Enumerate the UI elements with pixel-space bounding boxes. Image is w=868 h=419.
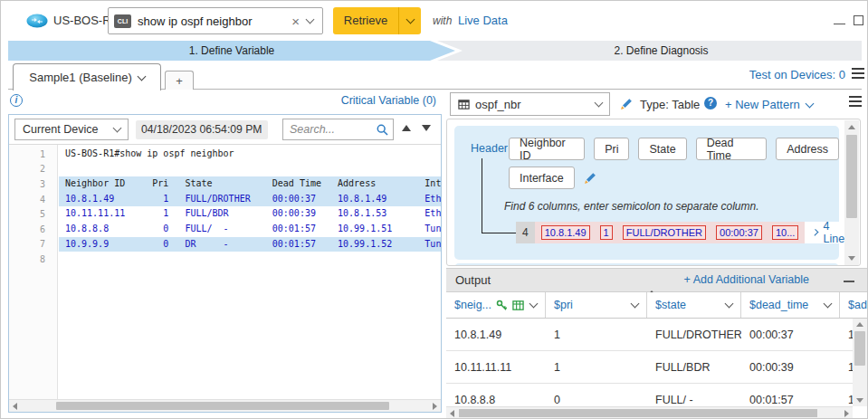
test-on-devices-link[interactable]: Test on Devices: 0 — [749, 68, 845, 81]
output-horizontal-scrollbar[interactable] — [446, 406, 853, 418]
chevron-right-icon — [812, 229, 819, 236]
scrollbar-thumb[interactable] — [56, 402, 389, 410]
output-vertical-scrollbar[interactable] — [853, 319, 867, 406]
code-line[interactable]: 510.11.11.11 1 FULL/BDR 00:00:39 10.8.1.… — [9, 206, 441, 222]
header-box[interactable]: Address — [776, 138, 839, 160]
variable-select[interactable]: ospf_nbr — [450, 92, 610, 116]
critical-variable-link[interactable]: Critical Variable (0) — [341, 94, 436, 107]
chevron-down-icon — [805, 99, 814, 108]
matched-token[interactable]: FULL/DROTHER — [623, 225, 706, 240]
help-icon[interactable]: ? — [704, 97, 717, 110]
connector-line — [482, 158, 482, 233]
code-line[interactable]: 2 — [9, 162, 441, 177]
scroll-right-arrow[interactable] — [433, 403, 437, 410]
code-line[interactable]: 410.8.1.49 1 FULL/DROTHER 00:00:37 10.8.… — [9, 192, 441, 207]
sample-toolbar: Current Device 04/18/2023 06:54:09 PM — [9, 115, 441, 145]
scroll-down-arrow[interactable] — [856, 398, 863, 403]
column-header-state[interactable]: $state — [647, 292, 741, 318]
chevron-down-icon[interactable] — [631, 300, 640, 309]
command-input[interactable] — [138, 14, 291, 28]
code-line[interactable]: 8 — [9, 252, 441, 267]
output-column-headers: $neig... $pri $state — [446, 292, 867, 319]
retrieve-split-button[interactable]: Retrieve — [333, 7, 421, 34]
chevron-down-icon — [405, 15, 415, 24]
find-next-button[interactable] — [422, 125, 431, 131]
code-line[interactable]: 710.9.9.9 0 DR - 00:01:57 10.99.1.52 Tun… — [9, 237, 441, 252]
header-box[interactable]: Interface — [509, 167, 575, 189]
with-label: with — [433, 14, 452, 27]
column-header-neighbor[interactable]: $neig... — [446, 292, 546, 318]
chevron-down-icon[interactable] — [137, 71, 146, 81]
cli-output-editor[interactable]: 1US-BOS-R1#show ip ospf neighbor 2 3Neig… — [9, 145, 441, 399]
add-additional-variable-link[interactable]: + Add Additional Variable — [684, 273, 809, 286]
pattern-hint: Find 6 columns, enter semicolon to separ… — [504, 200, 758, 213]
pattern-menu-icon[interactable] — [849, 100, 862, 102]
command-combobox[interactable]: CLI × — [108, 7, 323, 34]
matched-token[interactable]: 00:00:37 — [716, 225, 762, 240]
chevron-down-icon[interactable] — [824, 300, 833, 309]
code-line[interactable]: 3Neighbor ID Pri State Dead Time Address… — [9, 176, 441, 192]
scroll-down-arrow[interactable] — [848, 256, 855, 261]
header-box[interactable]: Pri — [594, 138, 629, 160]
header-box[interactable]: Neighbor ID — [509, 138, 585, 160]
matched-token-strip: 10.8.1.49 1 FULL/DROTHER 00:00:37 10... — [535, 222, 806, 243]
header-box[interactable]: Dead Time — [696, 138, 768, 160]
matched-token[interactable]: 10... — [772, 225, 798, 240]
step-define-variable[interactable]: 1. Define Variable — [8, 41, 455, 61]
command-dropdown-icon[interactable] — [306, 15, 315, 24]
edit-pencil-icon[interactable] — [584, 171, 597, 185]
clear-command-icon[interactable]: × — [291, 14, 300, 28]
column-header-pri[interactable]: $pri — [546, 292, 647, 318]
matched-token[interactable]: 1 — [600, 225, 613, 240]
step-define-diagnosis[interactable]: 2. Define Diagnosis — [461, 41, 862, 61]
retrieve-button[interactable]: Retrieve — [333, 7, 398, 34]
scroll-up-arrow[interactable] — [856, 322, 863, 327]
info-icon[interactable]: i — [10, 94, 23, 107]
router-icon — [26, 14, 48, 28]
matched-token[interactable]: 10.8.1.49 — [541, 225, 590, 240]
scrollbar-thumb[interactable] — [846, 135, 857, 218]
code-line[interactable]: 1US-BOS-R1#show ip ospf neighbor — [9, 147, 441, 162]
table-row[interactable]: 10.8.8.8 0 FULL/ - 00:01:57 1 — [446, 384, 853, 406]
header-box[interactable]: State — [638, 138, 686, 160]
output-title: Output — [455, 273, 491, 287]
add-tab-button[interactable]: + — [165, 71, 194, 90]
edit-pencil-icon[interactable] — [620, 97, 634, 110]
hamburger-menu-icon[interactable] — [852, 72, 864, 74]
scroll-up-arrow[interactable] — [848, 125, 855, 129]
header-boxes-row2: Interface — [509, 167, 597, 189]
pattern-vertical-scrollbar[interactable] — [844, 120, 859, 265]
collapse-panel-icon[interactable] — [647, 275, 660, 291]
table-variable-icon — [512, 300, 524, 311]
horizontal-scrollbar[interactable] — [9, 399, 441, 412]
left-panel-toprow: i Critical Variable (0) — [8, 92, 436, 112]
tab-label: Sample1 (Baseline) — [29, 71, 131, 84]
column-header-dead-time[interactable]: $dead_time — [741, 292, 840, 318]
column-header-address[interactable]: $add — [840, 292, 867, 318]
minimize-output-icon[interactable] — [844, 281, 854, 282]
maximize-icon[interactable] — [854, 15, 863, 25]
scroll-left-arrow[interactable] — [13, 403, 17, 410]
tab-sample1-baseline[interactable]: Sample1 (Baseline) — [13, 63, 161, 90]
search-box[interactable] — [282, 119, 394, 140]
table-row[interactable]: 10.11.11.11 1 FULL/BDR 00:00:39 1 — [446, 351, 853, 384]
minimize-icon[interactable] — [834, 24, 845, 24]
scroll-left-arrow[interactable] — [450, 410, 454, 417]
device-scope-select[interactable]: Current Device — [14, 119, 129, 140]
new-pattern-button[interactable]: + New Pattern — [725, 98, 813, 111]
search-icon[interactable] — [377, 124, 388, 136]
scroll-right-arrow[interactable] — [844, 410, 849, 417]
find-previous-button[interactable] — [402, 125, 411, 131]
pattern-definition-area: Header Neighbor ID Pri State Dead Time A… — [446, 119, 861, 266]
scrollbar-thumb[interactable] — [854, 331, 865, 366]
search-input[interactable] — [283, 123, 377, 136]
table-row[interactable]: 10.8.1.49 1 FULL/DROTHER 00:00:37 1 — [446, 319, 853, 351]
code-line[interactable]: 610.8.8.8 0 FULL/ - 00:01:57 10.99.1.51 … — [9, 222, 441, 237]
scrollbar-thumb[interactable] — [459, 409, 817, 417]
code-lines: 1US-BOS-R1#show ip ospf neighbor 2 3Neig… — [9, 147, 441, 267]
chevron-down-icon[interactable] — [725, 300, 734, 309]
retrieve-dropdown[interactable] — [398, 7, 421, 34]
live-data-link[interactable]: Live Data — [458, 14, 508, 27]
chevron-down-icon[interactable] — [529, 300, 539, 309]
key-icon — [496, 300, 508, 311]
